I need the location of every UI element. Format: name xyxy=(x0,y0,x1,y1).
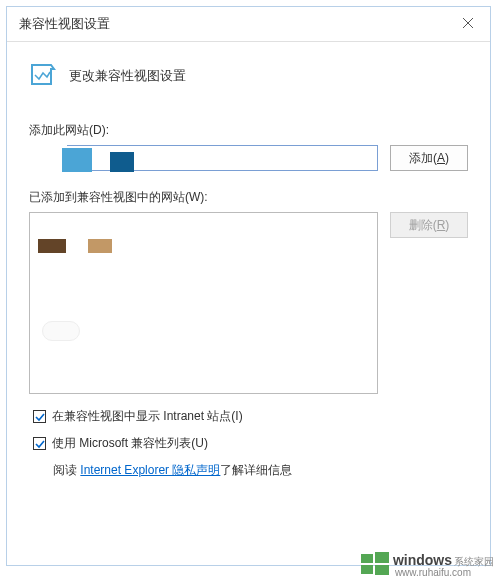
svg-rect-2 xyxy=(361,554,373,563)
add-website-row: 添加(A) xyxy=(29,145,468,171)
svg-rect-5 xyxy=(375,565,389,575)
header-section: 更改兼容性视图设置 xyxy=(29,62,468,90)
watermark: windows系统家园 www.ruhaifu.com xyxy=(361,551,494,578)
close-button[interactable] xyxy=(458,15,478,33)
intranet-checkbox-label: 在兼容性视图中显示 Intranet 站点(I) xyxy=(52,408,243,425)
added-websites-row: 删除(R) xyxy=(29,212,468,394)
add-button[interactable]: 添加(A) xyxy=(390,145,468,171)
intranet-checkbox[interactable] xyxy=(33,410,46,423)
windows-logo-icon xyxy=(361,551,389,578)
dialog-content: 更改兼容性视图设置 添加此网站(D): 添加(A) 已添加到兼容性视图中的网站(… xyxy=(7,42,490,507)
header-text: 更改兼容性视图设置 xyxy=(69,68,186,85)
close-icon xyxy=(462,17,474,29)
svg-rect-4 xyxy=(361,565,373,574)
compatibility-view-dialog: 兼容性视图设置 更改兼容性视图设置 添加此网站(D): 添加(A) xyxy=(6,6,491,566)
check-icon xyxy=(35,412,45,422)
website-url-input[interactable] xyxy=(29,145,378,171)
microsoft-list-checkbox-row: 使用 Microsoft 兼容性列表(U) xyxy=(33,435,468,452)
watermark-sub: 系统家园 xyxy=(454,556,494,567)
privacy-link[interactable]: Internet Explorer 隐私声明 xyxy=(80,463,220,477)
intranet-checkbox-row: 在兼容性视图中显示 Intranet 站点(I) xyxy=(33,408,468,425)
privacy-statement-row: 阅读 Internet Explorer 隐私声明了解详细信息 xyxy=(53,462,468,479)
added-websites-listbox[interactable] xyxy=(29,212,378,394)
redacted-item xyxy=(42,321,80,341)
watermark-brand: windows xyxy=(393,552,452,568)
microsoft-list-checkbox[interactable] xyxy=(33,437,46,450)
check-icon xyxy=(35,439,45,449)
watermark-url: www.ruhaifu.com xyxy=(395,567,494,578)
added-websites-label: 已添加到兼容性视图中的网站(W): xyxy=(29,189,468,206)
titlebar: 兼容性视图设置 xyxy=(7,7,490,42)
compatibility-icon xyxy=(29,62,57,90)
svg-rect-3 xyxy=(375,552,389,563)
microsoft-list-checkbox-label: 使用 Microsoft 兼容性列表(U) xyxy=(52,435,208,452)
remove-button: 删除(R) xyxy=(390,212,468,238)
dialog-title: 兼容性视图设置 xyxy=(19,15,110,33)
add-website-label: 添加此网站(D): xyxy=(29,122,468,139)
